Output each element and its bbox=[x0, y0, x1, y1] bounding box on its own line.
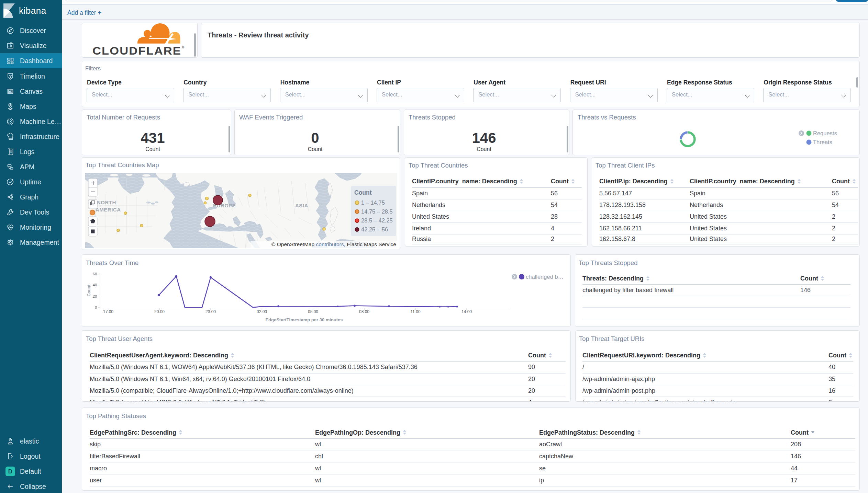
svg-text:42.25 – 56: 42.25 – 56 bbox=[361, 226, 388, 232]
svg-text:20: 20 bbox=[93, 294, 97, 298]
svg-text:14:00: 14:00 bbox=[461, 309, 472, 314]
svg-text:11:00: 11:00 bbox=[410, 309, 420, 314]
svg-text:Requests: Requests bbox=[813, 130, 837, 136]
svg-text:17:00: 17:00 bbox=[103, 309, 113, 314]
svg-text:28.5 – 42.25: 28.5 – 42.25 bbox=[361, 217, 393, 223]
svg-text:60: 60 bbox=[93, 272, 97, 276]
svg-text:02:00: 02:00 bbox=[257, 309, 267, 314]
svg-text:Threats: Threats bbox=[813, 139, 832, 145]
svg-text:40: 40 bbox=[93, 283, 97, 287]
svg-text:AMERICA: AMERICA bbox=[96, 207, 121, 213]
svg-text:D: D bbox=[8, 468, 12, 475]
svg-text:CLOUDFLARE: CLOUDFLARE bbox=[92, 45, 181, 57]
svg-text:0: 0 bbox=[95, 305, 97, 309]
svg-text:ASIA: ASIA bbox=[295, 203, 308, 208]
svg-text:14.75 – 28.5: 14.75 – 28.5 bbox=[361, 208, 393, 215]
svg-text:© OpenStreetMap contributors,: © OpenStreetMap contributors, Elastic Ma… bbox=[271, 241, 396, 247]
svg-text:NORTH: NORTH bbox=[97, 199, 116, 205]
svg-text:20:00: 20:00 bbox=[154, 309, 165, 314]
svg-text:®: ® bbox=[182, 45, 185, 49]
svg-text:08:00: 08:00 bbox=[359, 309, 369, 314]
svg-text:1 – 14.75: 1 – 14.75 bbox=[361, 199, 385, 206]
svg-text:23:00: 23:00 bbox=[205, 309, 216, 314]
svg-text:05:00: 05:00 bbox=[308, 309, 318, 314]
svg-text:Count: Count bbox=[354, 189, 372, 196]
svg-text:EdgeStartTimestamp per 30 minu: EdgeStartTimestamp per 30 minutes bbox=[265, 317, 343, 322]
svg-text:Count: Count bbox=[87, 285, 91, 297]
svg-text:challenged b…: challenged b… bbox=[526, 274, 564, 280]
